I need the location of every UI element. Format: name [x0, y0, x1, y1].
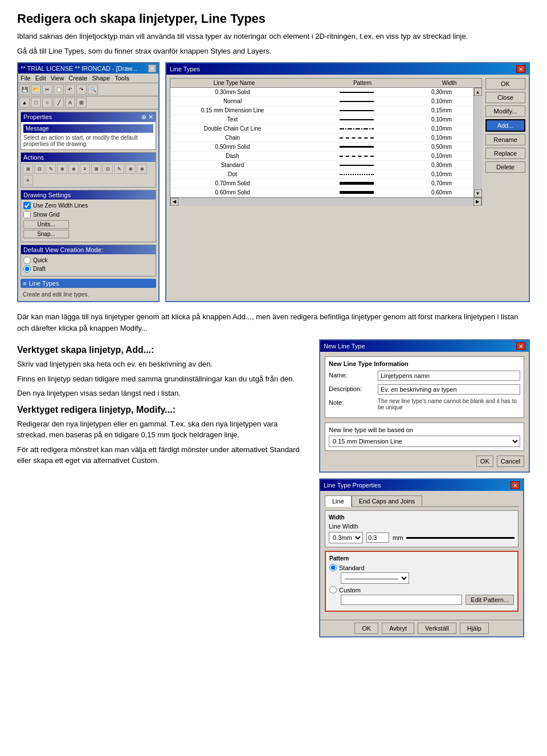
ltp-close-button[interactable]: ✕: [511, 481, 520, 489]
table-row[interactable]: Standard 0,30mm: [170, 161, 473, 170]
lt-scrollbar-v[interactable]: ▲ ▼: [473, 88, 481, 197]
table-row[interactable]: Dot 0,10mm: [170, 170, 473, 179]
menu-shape[interactable]: Shape: [92, 75, 110, 82]
edit-pattern-button[interactable]: Edit Pattern...: [466, 595, 514, 605]
table-row[interactable]: 0.70mm Solid 0,70mm: [170, 179, 473, 188]
table-row[interactable]: 0.50mm Solid 0,50mm: [170, 143, 473, 152]
checkbox-zero-width-input[interactable]: [23, 202, 31, 209]
nlt-cancel-button[interactable]: Cancel: [497, 456, 524, 467]
action-icon-11[interactable]: ⊗: [137, 164, 147, 174]
checkbox-show-grid-input[interactable]: [23, 211, 31, 218]
selected-item-line-types[interactable]: ≡ Line Types: [21, 279, 156, 288]
menu-view[interactable]: View: [51, 75, 64, 82]
menu-tools[interactable]: Tools: [115, 75, 129, 82]
action-icon-5[interactable]: ⊗: [68, 164, 79, 174]
toolbar-btn-3[interactable]: ✂: [42, 84, 52, 95]
toolbar-btn-9[interactable]: □: [31, 97, 41, 108]
ltp-help-button[interactable]: Hjälp: [460, 623, 489, 634]
menu-edit[interactable]: Edit: [35, 75, 46, 82]
scroll-up-arrow[interactable]: ▲: [474, 88, 482, 96]
lt-delete-button[interactable]: Delete: [485, 161, 525, 173]
table-row[interactable]: 0.15 mm Dimension Line 0,15mm: [170, 106, 473, 115]
action-icon-1[interactable]: ⊞: [23, 164, 33, 174]
radio-draft[interactable]: Draft: [23, 265, 153, 273]
radio-draft-input[interactable]: [23, 265, 31, 273]
toolbar-btn-5[interactable]: ↶: [65, 84, 75, 95]
actions-icons-row[interactable]: ⊞ ⊡ ✎ ⊕ ⊗ ≡ ⊞ ⊡ ✎ ⊕ ⊗ ≡: [21, 162, 156, 187]
action-icon-4[interactable]: ⊕: [57, 164, 67, 174]
table-row[interactable]: Double Chain Cut Line 0,10mm: [170, 124, 473, 133]
lt-modify-button[interactable]: Modify...: [485, 105, 525, 117]
nlt-name-input[interactable]: [378, 371, 520, 381]
ltp-apply-button[interactable]: Verkställ: [418, 623, 456, 634]
width-select[interactable]: 0.3mm: [329, 532, 363, 543]
pattern-select[interactable]: ——————————: [341, 572, 409, 584]
action-icon-8[interactable]: ⊡: [103, 164, 113, 174]
snap-button[interactable]: Snap...: [23, 230, 69, 238]
table-row[interactable]: Dash 0,10mm: [170, 152, 473, 161]
ltp-ok-button[interactable]: OK: [354, 623, 378, 634]
ltp-cancel-button[interactable]: Avbryt: [382, 623, 414, 634]
tab-endcaps[interactable]: End Caps and Joins: [352, 495, 422, 506]
toolbar-btn-2[interactable]: 📂: [31, 84, 41, 95]
menu-create[interactable]: Create: [68, 75, 87, 82]
scroll-right-arrow[interactable]: ▶: [473, 198, 481, 206]
toolbar-btn-13[interactable]: ⊞: [76, 97, 87, 108]
tab-line[interactable]: Line: [325, 495, 352, 507]
line-types-close-button[interactable]: ✕: [516, 65, 525, 73]
custom-pattern-input[interactable]: [341, 595, 462, 605]
radio-quick[interactable]: Quick: [23, 257, 153, 264]
toolbar-btn-10[interactable]: ○: [42, 97, 52, 108]
radio-quick-input[interactable]: [23, 257, 31, 264]
properties-icons[interactable]: ⊕ ✕: [141, 113, 153, 121]
width-input[interactable]: [366, 533, 389, 543]
units-button[interactable]: Units...: [23, 220, 69, 229]
radio-custom-input[interactable]: [329, 586, 337, 594]
action-icon-6[interactable]: ≡: [80, 164, 90, 174]
table-row[interactable]: Chain 0,10mm: [170, 133, 473, 143]
action-icon-9[interactable]: ✎: [114, 164, 124, 174]
line-types-buttons: OK Close Modify... Add... Rename Replace…: [485, 78, 525, 206]
action-icon-2[interactable]: ⊡: [34, 164, 44, 174]
lt-scrollbar-h[interactable]: ◀ ▶: [170, 197, 481, 205]
checkbox-zero-width[interactable]: Use Zero Width Lines: [23, 202, 153, 209]
table-row[interactable]: Text 0,10mm: [170, 115, 473, 124]
nlt-based-on-select[interactable]: 0.15 mm Dimension Line: [329, 436, 520, 447]
ironcad-menubar[interactable]: File Edit View Create Shape Tools: [18, 74, 158, 83]
menu-file[interactable]: File: [21, 75, 31, 82]
table-row[interactable]: 0.60mm Solid 0,60mm: [170, 188, 473, 197]
ironcad-toolbar-2[interactable]: ▲ □ ○ ╱ A ⊞: [18, 96, 158, 109]
nlt-ok-button[interactable]: OK: [476, 456, 493, 467]
lt-add-button[interactable]: Add...: [485, 119, 525, 132]
lt-rename-button[interactable]: Rename: [485, 134, 525, 145]
nlt-close-button[interactable]: ✕: [516, 342, 525, 350]
lt-ok-button[interactable]: OK: [485, 78, 525, 90]
ironcad-toolbar-1[interactable]: 💾 📂 ✂ 📋 ↶ ↷ 🔍: [18, 83, 158, 96]
radio-standard-input[interactable]: [329, 564, 337, 571]
lt-close-button[interactable]: Close: [485, 92, 525, 103]
toolbar-btn-11[interactable]: ╱: [54, 97, 64, 108]
toolbar-btn-6[interactable]: ↷: [76, 84, 87, 95]
scroll-track-h[interactable]: [178, 198, 473, 206]
nlt-desc-input[interactable]: [378, 384, 520, 395]
action-icon-3[interactable]: ✎: [46, 164, 56, 174]
scroll-down-arrow[interactable]: ▼: [474, 189, 482, 197]
action-icon-12[interactable]: ≡: [23, 175, 33, 185]
action-icon-10[interactable]: ⊕: [125, 164, 136, 174]
checkbox-show-grid[interactable]: Show Grid: [23, 211, 153, 218]
toolbar-btn-1[interactable]: 💾: [19, 84, 30, 95]
action-icon-7[interactable]: ⊞: [91, 164, 101, 174]
table-row[interactable]: Normal 0,10mm: [170, 97, 473, 106]
toolbar-btn-4[interactable]: 📋: [54, 84, 64, 95]
ironcad-close-button[interactable]: ✕: [148, 64, 156, 72]
lt-replace-button[interactable]: Replace: [485, 148, 525, 159]
scroll-left-arrow[interactable]: ◀: [170, 198, 178, 206]
scroll-track[interactable]: [474, 96, 482, 189]
radio-standard[interactable]: Standard: [329, 564, 514, 571]
toolbar-btn-8[interactable]: ▲: [19, 97, 30, 108]
toolbar-btn-12[interactable]: A: [65, 97, 75, 108]
width-controls-row: 0.3mm mm: [329, 532, 515, 543]
toolbar-btn-7[interactable]: 🔍: [88, 84, 98, 95]
radio-custom[interactable]: Custom: [329, 586, 514, 594]
table-row[interactable]: 0.30mm Solid 0,30mm: [170, 88, 473, 97]
